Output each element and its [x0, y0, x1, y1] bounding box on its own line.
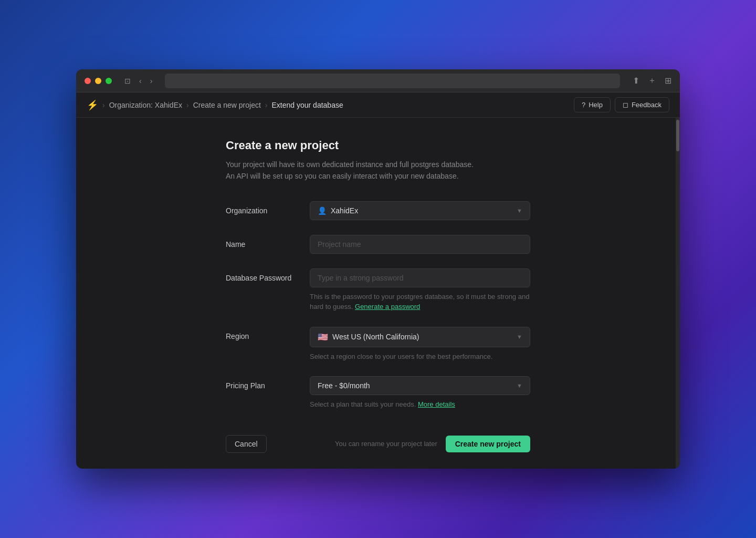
pricing-chevron-icon: ▼ [517, 382, 522, 389]
grid-icon[interactable]: ⊞ [665, 76, 671, 86]
nav-bar: ⚡ › Organization: XahidEx › Create a new… [76, 92, 680, 118]
breadcrumb-sep-3: › [265, 101, 268, 109]
password-hint: This is the password to your postgres da… [310, 292, 530, 312]
region-row: Region 🇺🇸 West US (North California) ▼ S… [226, 327, 530, 362]
footer-actions: Cancel You can rename your project later… [226, 425, 530, 453]
password-row: Database Password This is the password t… [226, 268, 530, 312]
close-button[interactable] [85, 78, 91, 84]
pricing-row: Pricing Plan Free - $0/month ▼ Select a … [226, 376, 530, 410]
title-bar: ⊡ ‹ › ⬆ ＋ ⊞ [76, 69, 680, 92]
content-area: Create a new project Your project will h… [76, 118, 680, 469]
region-value: West US (North California) [332, 333, 419, 341]
main-content: Create a new project Your project will h… [76, 118, 680, 469]
region-chevron-icon: ▼ [517, 334, 522, 340]
pricing-label: Pricing Plan [226, 376, 310, 390]
page-description: Your project will have its own dedicated… [226, 159, 530, 182]
pricing-field: Free - $0/month ▼ Select a plan that sui… [310, 376, 530, 410]
organization-value: XahidEx [331, 206, 358, 215]
breadcrumb-sep-2: › [186, 101, 189, 109]
breadcrumb: ⚡ › Organization: XahidEx › Create a new… [87, 99, 343, 111]
breadcrumb-extend-db: Extend your database [272, 101, 343, 109]
traffic-lights [85, 78, 112, 84]
organization-icon: 👤 [318, 206, 327, 215]
help-icon: ? [582, 101, 585, 109]
new-tab-icon[interactable]: ＋ [648, 75, 656, 86]
name-label: Name [226, 235, 310, 249]
region-flag-icon: 🇺🇸 [318, 332, 328, 342]
organization-field: 👤 XahidEx ▼ [310, 201, 530, 220]
breadcrumb-sep-1: › [102, 101, 105, 109]
nav-actions: ? Help ◻ Feedback [574, 97, 669, 112]
organization-chevron-icon: ▼ [517, 208, 522, 214]
sidebar-toggle-icon[interactable]: ⊡ [124, 77, 131, 85]
minimize-button[interactable] [95, 78, 101, 84]
back-icon[interactable]: ‹ [139, 77, 142, 85]
help-button[interactable]: ? Help [574, 97, 611, 112]
project-name-input[interactable] [310, 235, 530, 254]
feedback-icon: ◻ [623, 101, 628, 109]
pricing-hint: Select a plan that suits your needs. Mor… [310, 399, 530, 410]
organization-row: Organization 👤 XahidEx ▼ [226, 201, 530, 220]
password-input[interactable] [310, 268, 530, 287]
region-select[interactable]: 🇺🇸 West US (North California) ▼ [310, 327, 530, 347]
create-project-button[interactable]: Create new project [446, 436, 530, 452]
maximize-button[interactable] [106, 78, 112, 84]
rename-hint: You can rename your project later [335, 440, 437, 448]
name-field [310, 235, 530, 254]
region-label: Region [226, 327, 310, 340]
browser-window: ⊡ ‹ › ⬆ ＋ ⊞ ⚡ › Organization: XahidEx › … [76, 69, 680, 469]
title-bar-controls: ⊡ ‹ › [124, 77, 152, 85]
url-bar[interactable] [165, 74, 620, 88]
more-details-link[interactable]: More details [418, 400, 455, 408]
scrollbar[interactable] [676, 118, 680, 469]
pricing-value: Free - $0/month [318, 381, 370, 390]
footer-right: You can rename your project later Create… [335, 436, 530, 452]
region-field: 🇺🇸 West US (North California) ▼ Select a… [310, 327, 530, 362]
organization-select[interactable]: 👤 XahidEx ▼ [310, 201, 530, 220]
form-container: Create a new project Your project will h… [226, 139, 530, 453]
breadcrumb-new-project[interactable]: Create a new project [193, 101, 261, 109]
pricing-select[interactable]: Free - $0/month ▼ [310, 376, 530, 395]
password-field: This is the password to your postgres da… [310, 268, 530, 312]
share-icon[interactable]: ⬆ [633, 76, 639, 86]
password-label: Database Password [226, 268, 310, 282]
name-row: Name [226, 235, 530, 254]
scroll-thumb[interactable] [676, 120, 679, 151]
feedback-button[interactable]: ◻ Feedback [615, 97, 669, 112]
organization-label: Organization [226, 201, 310, 215]
supabase-logo[interactable]: ⚡ [87, 99, 98, 111]
region-hint: Select a region close to your users for … [310, 351, 530, 362]
breadcrumb-org[interactable]: Organization: XahidEx [109, 101, 182, 109]
page-title: Create a new project [226, 139, 530, 152]
generate-password-link[interactable]: Generate a password [355, 303, 420, 311]
forward-icon[interactable]: › [150, 77, 153, 85]
title-bar-right: ⬆ ＋ ⊞ [633, 75, 671, 86]
cancel-button[interactable]: Cancel [226, 435, 267, 453]
